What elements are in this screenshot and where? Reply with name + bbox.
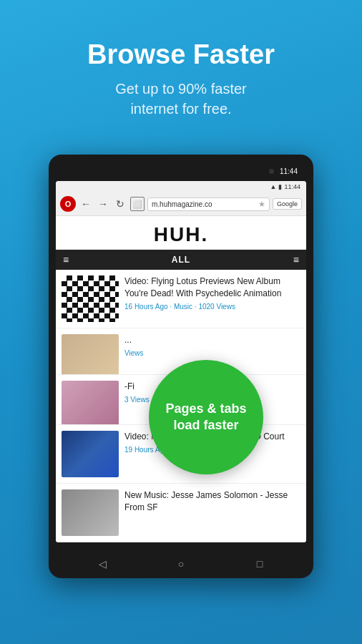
article-title-2: ... [124,334,300,346]
google-search-button[interactable]: Google [273,198,302,210]
hamburger-left-icon[interactable]: ≡ [63,254,69,265]
status-time: 11:44 [280,167,298,175]
article-thumbnail-1 [62,275,119,322]
android-home-button[interactable]: ○ [174,557,188,571]
article-meta-2: Views [124,349,300,357]
subtitle: Get up to 90% faster internet for free. [115,79,246,119]
tablet-top-bar: 11:44 [56,165,306,181]
forward-button[interactable]: → [96,197,110,211]
camera-dot [269,169,274,174]
article-info-5: New Music: Jesse James Solomon - Jesse F… [124,489,300,536]
address-text: m.huhmagazine.co [152,200,256,208]
site-nav: ≡ ALL ≡ [56,250,306,270]
tab-button[interactable]: ⬜ [130,197,145,211]
opera-button[interactable]: O [60,196,76,212]
status-icons: ▲ ▮ 11:44 [270,183,300,190]
header-section: Browse Faster Get up to 90% faster inter… [0,0,362,140]
article-title-5: New Music: Jesse James Solomon - Jesse F… [124,489,300,514]
address-bar[interactable]: m.huhmagazine.co ★ [147,197,270,211]
screen: ▲ ▮ 11:44 O ← → ↻ ⬜ m.huhmagazine.co ★ G… [56,181,306,542]
article-thumbnail-4 [62,431,119,477]
device-container: 11:44 ▲ ▮ 11:44 O ← → ↻ ⬜ m.huhmagazine.… [49,155,313,578]
article-thumbnail-2 [62,334,119,375]
green-bubble: Pages & tabs load faster [149,360,263,474]
article-thumbnail-5 [62,489,119,536]
page-title: Browse Faster [87,39,275,70]
article-thumbnail-3 [62,381,119,425]
time-display: 11:44 [284,183,300,190]
article-info-1: Video: Flying Lotus Previews New Album Y… [124,275,300,322]
site-name: HUH. [56,223,306,246]
article-title-1: Video: Flying Lotus Previews New Album Y… [124,275,300,300]
article-meta-1: 16 Hours Ago · Music · 1020 Views [124,303,300,311]
refresh-button[interactable]: ↻ [113,197,127,211]
top-status-bar: ▲ ▮ 11:44 [56,181,306,192]
android-nav-bar: ◁ ○ □ [49,550,313,578]
android-recents-button[interactable]: □ [253,557,267,571]
article-item: Video: Flying Lotus Previews New Album Y… [56,270,306,328]
hamburger-right-icon[interactable]: ≡ [293,254,299,265]
bubble-text: Pages & tabs load faster [158,394,253,441]
site-header: HUH. [56,216,306,250]
tablet-outer: 11:44 ▲ ▮ 11:44 O ← → ↻ ⬜ m.huhmagazine.… [49,155,313,578]
wifi-icon: ▲ [270,183,277,190]
article-item-5: New Music: Jesse James Solomon - Jesse F… [56,484,306,542]
back-button[interactable]: ← [79,197,93,211]
android-back-button[interactable]: ◁ [95,557,109,571]
battery-icon: ▮ [278,183,282,190]
browser-bar: O ← → ↻ ⬜ m.huhmagazine.co ★ Google [56,192,306,216]
nav-all-label: ALL [172,255,190,265]
star-icon: ★ [258,200,265,209]
